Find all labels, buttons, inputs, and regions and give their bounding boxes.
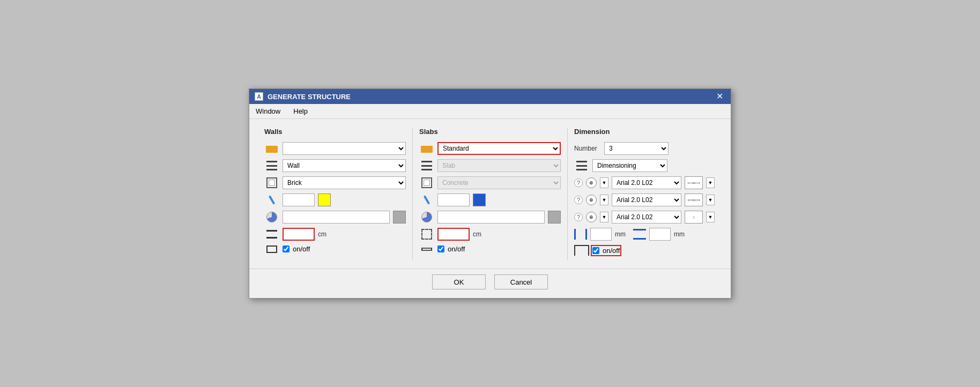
dimension-number-label: Number <box>574 145 601 152</box>
walls-fill-row: 11 <box>264 211 406 224</box>
slabs-onoff-row: on/off <box>419 245 561 253</box>
dimension-spacing1-unit: mm <box>615 230 626 238</box>
walls-pen-input[interactable]: 3 <box>283 194 315 206</box>
title-bar: A GENERATE STRUCTURE ✕ <box>249 89 731 104</box>
slabs-onoff-label: on/off <box>448 245 465 253</box>
walls-fill-color-swatch[interactable] <box>393 211 406 224</box>
slabs-material-select[interactable]: Concrete <box>437 176 561 189</box>
walls-material-row: Brick <box>264 176 406 189</box>
slabs-section: Slabs Standard Slab <box>413 128 568 260</box>
dimension-spacing2-input[interactable]: 15 <box>649 228 671 241</box>
dimension-spacing1-input[interactable]: 5 <box>590 228 612 241</box>
menu-help[interactable]: Help <box>291 106 310 116</box>
dimension-number-row: Number 3 <box>574 142 716 155</box>
slabs-material-row: Concrete <box>419 176 561 189</box>
slabs-folder-icon <box>421 144 433 153</box>
dimension-sample-arrow-1[interactable]: ▼ <box>706 177 715 188</box>
walls-onoff-checkbox[interactable] <box>283 245 289 252</box>
dimension-arrow-2[interactable]: ▼ <box>600 195 608 205</box>
dimension-sample-3: ↕ <box>685 211 703 224</box>
walls-layer-flat-icon-cell <box>264 245 279 253</box>
dimension-vert-spacing-icon <box>574 229 587 240</box>
slabs-folder-select[interactable]: Standard <box>437 142 561 155</box>
walls-layers-icon <box>266 161 277 170</box>
dimension-arrow-1[interactable]: ▼ <box>600 177 608 188</box>
dimension-spacing-row: 5 mm 15 mm <box>574 228 716 241</box>
dimension-font-select-3[interactable]: Arial 2.0 L02 <box>612 211 681 224</box>
slabs-pen-input[interactable]: 0 <box>437 194 470 206</box>
walls-fill-input[interactable]: 11 <box>283 211 390 224</box>
slabs-component-icon <box>421 177 432 188</box>
dialog-body: Walls Wall <box>249 119 731 269</box>
dimension-question-3: ? <box>574 213 583 221</box>
dimension-number-select[interactable]: 3 <box>604 142 669 155</box>
slabs-thickness-icon <box>421 229 432 240</box>
dimension-arrow-3[interactable]: ▼ <box>600 212 608 222</box>
dimension-font-select-2[interactable]: Arial 2.0 L02 <box>612 194 681 206</box>
dimension-sample-2: ⟾⟽ <box>685 194 703 206</box>
dimension-question-2: ? <box>574 196 583 204</box>
walls-pen-row: 3 <box>264 194 406 206</box>
dimension-font-row-1: ? ⊕ ▼ Arial 2.0 L02 ⟼⟻ ▼ <box>574 176 716 189</box>
walls-folder-select[interactable] <box>283 142 406 155</box>
dimension-sample-arrow-3[interactable]: ▼ <box>706 212 715 222</box>
slabs-layer-flat-icon <box>421 248 432 251</box>
dimension-onoff-label: on/off <box>603 247 620 255</box>
menu-bar: Window Help <box>249 104 731 119</box>
dimension-onoff-checkbox-row: on/off <box>592 247 620 255</box>
slabs-pen-color-swatch[interactable] <box>473 194 486 206</box>
menu-window[interactable]: Window <box>254 106 283 116</box>
slabs-fill-color-swatch[interactable] <box>548 211 561 224</box>
walls-thickness-row: 43.5 cm <box>264 228 406 241</box>
dimension-wall-dim-icon <box>574 245 589 256</box>
slabs-layers-icon <box>421 161 432 170</box>
ok-button[interactable]: OK <box>432 274 486 289</box>
slabs-pie-icon-cell <box>419 212 434 222</box>
walls-type-select[interactable]: Wall <box>283 159 406 172</box>
walls-onoff-label: on/off <box>293 245 310 253</box>
dimension-sample-arrow-2[interactable]: ▼ <box>706 195 715 205</box>
dimension-type-row: Dimensioning <box>574 159 716 172</box>
slabs-type-select[interactable]: Slab <box>437 159 561 172</box>
slabs-folder-icon-cell <box>419 144 434 153</box>
slabs-pen-row: 0 <box>419 194 561 206</box>
slabs-onoff-checkbox-row: on/off <box>437 245 465 253</box>
close-button[interactable]: ✕ <box>714 92 725 101</box>
slabs-thickness-icon-cell <box>419 229 434 240</box>
walls-component-icon <box>266 177 277 188</box>
slabs-pencil-icon <box>424 195 430 205</box>
dimension-font-row-3: ? ⊕ ▼ Arial 2.0 L02 ↕ ▼ <box>574 211 716 224</box>
walls-component-icon-cell <box>264 177 279 188</box>
slabs-layers-icon-cell <box>419 161 434 170</box>
walls-thickness-unit: cm <box>318 230 326 238</box>
walls-thickness-icon-cell <box>264 230 279 239</box>
slabs-thickness-row: 18.5 cm <box>419 228 561 241</box>
walls-pen-color-swatch[interactable] <box>318 194 331 206</box>
walls-material-select[interactable]: Brick <box>283 176 406 189</box>
walls-pie-icon <box>266 212 277 222</box>
walls-thickness-input[interactable]: 43.5 <box>283 228 315 241</box>
dialog-title: GENERATE STRUCTURE <box>268 93 351 101</box>
cancel-button[interactable]: Cancel <box>494 274 548 289</box>
dimension-font-row-2: ? ⊕ ▼ Arial 2.0 L02 ⟾⟽ ▼ <box>574 194 716 206</box>
slabs-title: Slabs <box>419 128 561 136</box>
slabs-thickness-input[interactable]: 18.5 <box>437 228 470 241</box>
dimension-onoff-checkbox[interactable] <box>592 247 599 254</box>
slabs-fill-input[interactable]: 14 <box>437 211 545 224</box>
generate-structure-dialog: A GENERATE STRUCTURE ✕ Window Help Walls <box>249 88 731 299</box>
dimension-question-1: ? <box>574 178 583 187</box>
walls-section: Walls Wall <box>258 128 413 260</box>
dimension-type-select[interactable]: Dimensioning <box>592 159 667 172</box>
walls-onoff-checkbox-row: on/off <box>283 245 310 253</box>
dimension-onoff-row: on/off <box>574 245 716 256</box>
title-bar-left: A GENERATE STRUCTURE <box>255 92 351 101</box>
slabs-onoff-checkbox[interactable] <box>437 245 444 252</box>
walls-folder-icon-cell <box>264 144 279 153</box>
walls-pie-icon-cell <box>264 212 279 222</box>
slabs-type-row: Slab <box>419 159 561 172</box>
dimension-target-1: ⊕ <box>586 177 597 188</box>
dimension-font-select-1[interactable]: Arial 2.0 L02 <box>612 176 681 189</box>
dimension-layers-icon <box>576 161 587 170</box>
dialog-footer: OK Cancel <box>249 269 731 298</box>
dimension-target-2: ⊕ <box>586 195 597 205</box>
